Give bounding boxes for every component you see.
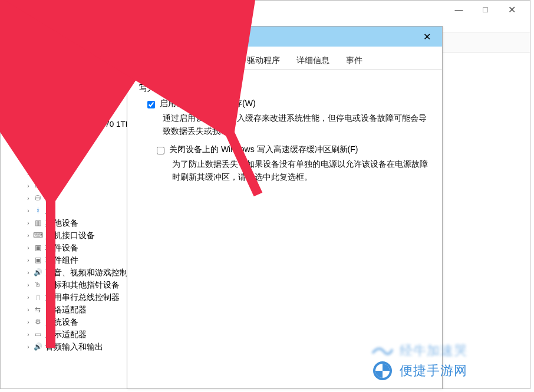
chevron-right-icon[interactable]: › [24, 279, 32, 291]
tab-driver[interactable]: 驱动程序 [239, 51, 288, 70]
watermark-row-bottom: 便捷手游网 [370, 361, 467, 380]
monitor-icon: ▭ [32, 182, 43, 191]
tree-label: 视器 [45, 180, 62, 192]
menu-action[interactable]: 操作(A) [41, 18, 78, 32]
usb-icon: ⎍ [32, 293, 43, 302]
tool-viewlist-button[interactable]: ☰ [45, 35, 60, 50]
device-icon: ▥ [32, 219, 43, 228]
watermark-text-bottom: 便捷手游网 [400, 362, 467, 380]
watermark-row-top: 经牛加速哭 [370, 341, 467, 360]
display-icon: ▭ [32, 330, 43, 340]
tab-policy[interactable]: 策略 [166, 52, 198, 70]
policy-tab-content: 写入缓存策略 启用设备上的写入缓存(W) 通过启用设备上的写入缓存来改进系统性能… [127, 70, 442, 201]
dialog-title: WD Blue SN570 1TB SSD 属性 [133, 31, 417, 42]
watermark-logo-icon [370, 361, 395, 380]
titlebar: 设备管理器 — □ ✕ [1, 1, 530, 18]
tool-forward-button[interactable]: ⟶ [22, 35, 37, 50]
window-title: 设备管理器 [19, 4, 446, 15]
close-button[interactable]: ✕ [499, 1, 525, 18]
disable-flush-checkbox[interactable] [157, 147, 164, 154]
cpu-icon: ▣ [32, 95, 43, 104]
tree-label: DESKTOP-V4JF3SL [35, 56, 108, 68]
tree-label: 网络适配器 [45, 304, 87, 316]
audio-icon: 🔊 [32, 268, 43, 278]
tree-label: 音频输入和输出 [45, 341, 103, 353]
tool-props-button[interactable]: ❓ [108, 35, 124, 50]
toolbar-separator [104, 36, 105, 49]
tree-label: 鼠标和其他指针设备 [45, 279, 120, 291]
chevron-right-icon[interactable]: › [24, 328, 32, 341]
svg-rect-3 [26, 65, 28, 66]
tree-label: 盘 [45, 192, 54, 205]
section-label: 写入缓存策略 [139, 83, 433, 94]
chevron-right-icon[interactable]: › [24, 192, 32, 205]
tab-volumes[interactable]: 卷 [199, 51, 223, 70]
disk-icon: ⛁ [32, 194, 43, 203]
tree-label: 牙 [45, 205, 54, 217]
tree-label: 控制器 [45, 130, 70, 143]
software-icon: ▣ [32, 256, 43, 265]
tool-refresh-button[interactable]: ▣ [85, 35, 101, 50]
disk-icon: ⛁ [32, 107, 43, 117]
toolbar-separator [41, 36, 41, 49]
tree-label: 其他设备 [45, 217, 78, 229]
tree-label: 系统设备 [45, 316, 78, 328]
menu-view[interactable]: 查看(V) [78, 18, 116, 32]
disable-flush-option: 关闭设备上的 Windows 写入高速缓存缓冲区刷新(F) [157, 144, 433, 155]
chevron-right-icon[interactable]: › [24, 167, 32, 180]
tree-label: 声音、视频和游戏控制 [45, 266, 128, 279]
chevron-right-icon[interactable]: › [24, 81, 32, 93]
chevron-down-icon[interactable]: ⌄ [14, 56, 22, 68]
chevron-right-icon[interactable]: › [24, 316, 32, 328]
tree-label: 算机 [45, 167, 62, 180]
app-icon [5, 5, 15, 14]
chevron-right-icon[interactable]: › [24, 130, 32, 143]
chevron-right-icon[interactable]: › [24, 291, 32, 304]
svg-rect-1 [8, 12, 12, 13]
tree-label: 软件组件 [45, 254, 78, 266]
chevron-right-icon[interactable]: › [24, 155, 32, 167]
chevron-right-icon[interactable]: › [24, 217, 32, 229]
enable-write-cache-label: 启用设备上的写入缓存(W) [160, 98, 256, 109]
dialog-close-button[interactable]: ✕ [417, 27, 436, 46]
chevron-right-icon[interactable]: › [24, 205, 32, 217]
tab-details[interactable]: 详细信息 [289, 51, 337, 70]
menu-file[interactable]: 文件(F) [4, 18, 41, 32]
svg-rect-2 [24, 60, 31, 64]
network-icon: ⇆ [32, 305, 43, 315]
software-icon: ▣ [32, 243, 43, 253]
minimize-button[interactable]: — [446, 1, 472, 18]
chevron-right-icon[interactable]: › [24, 242, 32, 254]
tab-general[interactable]: 常规 [133, 51, 165, 70]
chevron-right-icon[interactable]: › [24, 341, 32, 353]
chevron-right-icon[interactable]: › [24, 266, 32, 279]
watermark-logo-icon [370, 341, 395, 360]
chevron-right-icon[interactable]: › [24, 143, 32, 155]
print-queue-icon: ⎙ [32, 144, 43, 154]
chevron-right-icon[interactable]: › [24, 229, 32, 242]
tree-label: 安全设备 [45, 81, 78, 93]
device-icon: ▢ [32, 157, 43, 166]
tree-label: 显示适配器 [45, 328, 87, 341]
tool-back-button[interactable]: ⟵ [4, 35, 19, 50]
svg-rect-0 [6, 7, 14, 12]
chevron-right-icon[interactable]: › [24, 180, 32, 192]
chevron-right-icon[interactable]: › [24, 304, 32, 316]
maximize-button[interactable]: □ [472, 1, 499, 18]
system-icon: ⚙ [32, 318, 43, 327]
tool-hidden-button[interactable]: ▦ [62, 35, 78, 50]
chevron-right-icon[interactable]: › [24, 68, 32, 81]
watermark-text-top: 经牛加速哭 [400, 342, 467, 360]
drive-icon: ▭ [32, 70, 43, 80]
ssd-icon: ⛁ [43, 120, 54, 129]
watermark: 经牛加速哭 便捷手游网 [370, 341, 529, 388]
chevron-down-icon[interactable]: ⌄ [24, 106, 32, 118]
security-icon: 🔒 [32, 83, 43, 92]
chevron-right-icon[interactable]: › [24, 93, 32, 106]
tree-label: IDE ATA/ATAPI 控制器 [45, 68, 126, 81]
chevron-right-icon[interactable]: › [24, 254, 32, 266]
disable-flush-label: 关闭设备上的 Windows 写入高速缓存缓冲区刷新(F) [169, 144, 358, 155]
audio-io-icon: 🔊 [32, 342, 43, 352]
tab-events[interactable]: 事件 [338, 51, 370, 70]
enable-write-cache-checkbox[interactable] [147, 101, 155, 108]
